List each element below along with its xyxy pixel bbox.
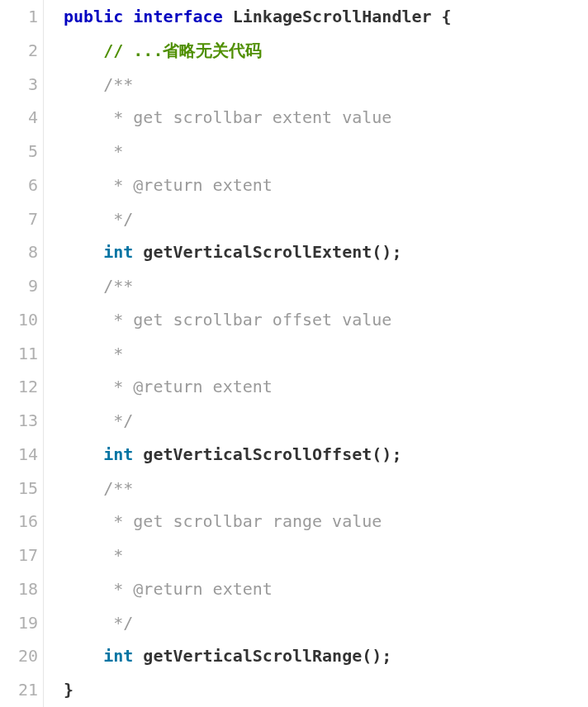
code-line: * get scrollbar range value bbox=[64, 505, 588, 539]
line-number: 11 bbox=[0, 337, 38, 371]
token-kw: public bbox=[64, 7, 123, 26]
token-doc: * get scrollbar extent value bbox=[103, 107, 391, 127]
code-line: /** bbox=[64, 472, 588, 505]
token-doc: * @return extent bbox=[103, 175, 273, 195]
line-number: 3 bbox=[0, 68, 38, 102]
line-number: 21 bbox=[0, 673, 38, 707]
token-doc: * @return extent bbox=[103, 377, 273, 396]
line-number: 16 bbox=[0, 505, 38, 539]
code-line: } bbox=[64, 673, 588, 707]
token-pn: (); bbox=[362, 646, 391, 666]
code-line: * bbox=[64, 539, 588, 572]
line-number: 20 bbox=[0, 639, 38, 673]
code-line: int getVerticalScrollOffset(); bbox=[64, 438, 588, 472]
code-line: /** bbox=[64, 269, 588, 303]
code-line: * @return extent bbox=[64, 168, 588, 202]
token-thin bbox=[133, 444, 143, 464]
token-doc: * get scrollbar offset value bbox=[103, 310, 391, 330]
token-doc: */ bbox=[103, 613, 133, 633]
token-id: getVerticalScrollExtent bbox=[143, 242, 372, 262]
code-line: public interface LinkageScrollHandler { bbox=[64, 0, 588, 34]
token-pn: (); bbox=[372, 444, 401, 464]
token-thin bbox=[223, 7, 233, 26]
token-doc: * @return extent bbox=[103, 579, 273, 599]
code-content[interactable]: public interface LinkageScrollHandler { … bbox=[44, 0, 588, 707]
line-number: 6 bbox=[0, 168, 38, 202]
token-doc: */ bbox=[103, 209, 133, 229]
token-type: int bbox=[103, 242, 133, 262]
line-number: 4 bbox=[0, 101, 38, 135]
line-number: 13 bbox=[0, 404, 38, 438]
code-line: * @return extent bbox=[64, 572, 588, 606]
line-number: 8 bbox=[0, 235, 38, 269]
code-line: int getVerticalScrollRange(); bbox=[64, 639, 588, 673]
code-line: * get scrollbar extent value bbox=[64, 101, 588, 135]
token-doc: /** bbox=[103, 276, 133, 296]
line-number: 17 bbox=[0, 539, 38, 572]
token-thin bbox=[133, 242, 143, 262]
token-doc: * bbox=[103, 141, 123, 161]
token-doc: * bbox=[103, 344, 123, 363]
line-number: 14 bbox=[0, 438, 38, 472]
line-number-gutter: 123456789101112131415161718192021 bbox=[0, 0, 44, 707]
token-doc: */ bbox=[103, 410, 133, 430]
token-doc: * get scrollbar range value bbox=[103, 511, 382, 531]
token-thin bbox=[133, 646, 143, 666]
line-number: 5 bbox=[0, 135, 38, 168]
token-pn: (); bbox=[372, 242, 401, 262]
token-id: getVerticalScrollRange bbox=[143, 646, 362, 666]
token-kw: interface bbox=[133, 7, 222, 26]
line-number: 12 bbox=[0, 370, 38, 404]
line-number: 7 bbox=[0, 202, 38, 236]
code-line: // ...省略无关代码 bbox=[64, 34, 588, 68]
token-id: LinkageScrollHandler bbox=[233, 7, 432, 26]
line-number: 2 bbox=[0, 34, 38, 68]
code-line: */ bbox=[64, 606, 588, 640]
code-line: */ bbox=[64, 202, 588, 236]
line-number: 18 bbox=[0, 572, 38, 606]
line-number: 15 bbox=[0, 472, 38, 505]
line-number: 1 bbox=[0, 0, 38, 34]
token-cm: // ...省略无关代码 bbox=[103, 40, 262, 60]
token-type: int bbox=[103, 646, 133, 666]
token-doc: * bbox=[103, 545, 123, 565]
code-block: 123456789101112131415161718192021 public… bbox=[0, 0, 588, 707]
code-line: * get scrollbar offset value bbox=[64, 303, 588, 337]
code-line: */ bbox=[64, 404, 588, 438]
token-doc: /** bbox=[103, 74, 133, 94]
token-thin bbox=[123, 7, 133, 26]
line-number: 9 bbox=[0, 269, 38, 303]
token-pn: { bbox=[442, 7, 452, 26]
code-line: /** bbox=[64, 68, 588, 102]
token-pn: } bbox=[64, 680, 74, 700]
code-line: int getVerticalScrollExtent(); bbox=[64, 235, 588, 269]
token-type: int bbox=[103, 444, 133, 464]
code-line: * @return extent bbox=[64, 370, 588, 404]
line-number: 10 bbox=[0, 303, 38, 337]
token-doc: /** bbox=[103, 478, 133, 498]
line-number: 19 bbox=[0, 606, 38, 640]
code-line: * bbox=[64, 337, 588, 371]
token-thin bbox=[432, 7, 442, 26]
code-line: * bbox=[64, 135, 588, 168]
token-id: getVerticalScrollOffset bbox=[143, 444, 372, 464]
